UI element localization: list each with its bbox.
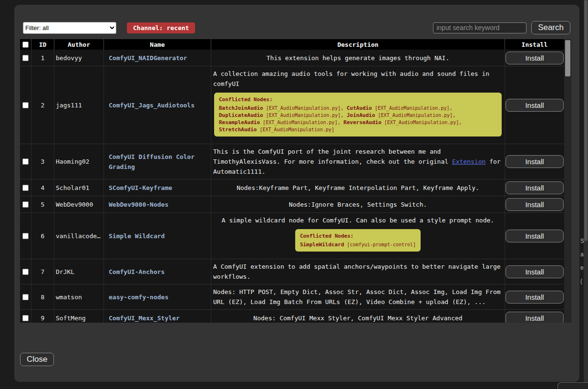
table-scrollbar-thumb[interactable] — [565, 40, 570, 76]
install-button[interactable]: Install — [505, 291, 564, 304]
row-description-text: This extension helps generate images thr… — [267, 53, 450, 63]
conflict-node-source: [comfyui-prompt-control] — [344, 242, 416, 247]
install-button[interactable]: Install — [505, 265, 564, 278]
conflict-node-name: JoinAudio — [347, 112, 375, 118]
conflicted-nodes-title: Conflicted Nodes: — [219, 96, 497, 103]
conflict-node-name: BatchJoinAudio — [219, 105, 263, 111]
row-select-cell — [20, 144, 31, 179]
row-name-link[interactable]: SComfyUI-Keyframe — [109, 183, 172, 193]
row-checkbox[interactable] — [22, 269, 29, 275]
row-checkbox[interactable] — [22, 315, 29, 321]
row-name-cell: ComfyUI_NAIDGenerator — [104, 50, 211, 66]
row-checkbox[interactable] — [22, 185, 29, 191]
row-description-text: A ComfyUI extension to add spatial ancho… — [213, 262, 503, 282]
row-description: A simple wildcard node for ComfyUI. Can … — [211, 213, 505, 259]
row-description: Nodes: HTTP POST, Empty Dict, Assoc Str,… — [211, 284, 505, 309]
install-button[interactable]: Install — [505, 52, 564, 64]
underlying-ui-fragment: S — [580, 238, 584, 244]
row-id: 2 — [31, 66, 54, 144]
row-id: 9 — [31, 310, 54, 323]
row-select-cell — [20, 310, 31, 323]
header-install: Install — [505, 39, 564, 50]
row-description-text: A collection amazing audio tools for wor… — [213, 69, 503, 89]
row-id: 4 — [31, 179, 54, 196]
row-checkbox[interactable] — [22, 294, 29, 300]
row-select-cell — [20, 259, 31, 284]
conflicted-nodes-box: Conflicted Nodes:BatchJoinAudio [EXT_Aud… — [214, 93, 502, 137]
row-install-cell: Install — [505, 50, 564, 66]
table-row: 8 wmatson easy-comfy-nodes Nodes: HTTP P… — [20, 284, 564, 310]
conflicted-nodes-list: BatchJoinAudio [EXT_AudioManipulation.py… — [219, 105, 497, 133]
install-button[interactable]: Install — [505, 155, 564, 168]
row-name-link[interactable]: WebDev9000-Nodes — [109, 200, 168, 210]
row-name-cell: ComfyUI-Anchors — [104, 259, 211, 284]
row-author: jags111 — [54, 66, 104, 144]
row-id: 6 — [31, 213, 54, 259]
row-description: Nodes:Keyframe Part, Keyframe Interpolat… — [211, 179, 505, 196]
install-button[interactable]: Install — [505, 312, 564, 323]
row-install-cell: Install — [505, 259, 564, 284]
conflict-node-source: [EXT_AudioManipulation.py] — [382, 120, 459, 125]
conflict-node-source: [EXT_AudioManipulation.py] — [257, 127, 334, 132]
row-name-link[interactable]: ComfyUI_Mexx_Styler — [109, 313, 180, 323]
row-select-cell — [20, 196, 31, 212]
row-checkbox[interactable] — [22, 201, 29, 208]
close-button[interactable]: Close — [20, 353, 54, 366]
search-input[interactable] — [433, 22, 526, 33]
conflicted-nodes-list: SimpleWildcard [comfyui-prompt-control] — [300, 241, 416, 248]
row-description: This is the ComfyUI port of the joint re… — [211, 144, 505, 179]
row-name-cell: SComfyUI-Keyframe — [104, 179, 211, 196]
row-description-text: Nodes:Ignore Braces, Settings Switch. — [289, 200, 427, 210]
row-description-text: Nodes: HTTP POST, Empty Dict, Assoc Str,… — [213, 287, 503, 307]
table-scrollbar[interactable] — [564, 39, 571, 323]
search-button[interactable]: Search — [531, 21, 570, 34]
row-name-link[interactable]: ComfyUI-Anchors — [109, 267, 165, 277]
filter-select[interactable]: Filter: all — [23, 22, 116, 34]
table-row: 3 Haoming02 ComfyUI Diffusion Color Grad… — [20, 144, 564, 179]
conflict-node-source: [EXT_AudioManipulation.py] — [372, 105, 450, 111]
page-scrollbar-thumb[interactable] — [584, 0, 588, 241]
table-row: 7 DrJKL ComfyUI-Anchors A ComfyUI extens… — [20, 259, 564, 284]
install-button[interactable]: Install — [505, 181, 564, 194]
select-all-checkbox[interactable] — [22, 42, 29, 48]
header-select-cell — [20, 39, 31, 50]
row-name-link[interactable]: easy-comfy-nodes — [109, 292, 168, 302]
table-row: 9 SoftMeng ComfyUI_Mexx_Styler Nodes: Co… — [20, 310, 564, 323]
row-install-cell: Install — [505, 310, 564, 323]
row-select-cell — [20, 179, 31, 196]
install-button[interactable]: Install — [505, 198, 564, 211]
conflict-node-name: DuplicateAudio — [219, 112, 263, 118]
row-install-cell: Install — [505, 284, 564, 309]
row-description: A collection amazing audio tools for wor… — [211, 66, 505, 144]
row-author: WebDev9000 — [54, 196, 104, 212]
page-scrollbar[interactable] — [584, 0, 588, 389]
row-select-cell — [20, 213, 31, 259]
row-description-text: Nodes:Keyframe Part, Keyframe Interpolat… — [237, 183, 479, 193]
row-checkbox[interactable] — [22, 102, 29, 108]
row-name-link[interactable]: ComfyUI_NAIDGenerator — [109, 53, 187, 63]
custom-nodes-dialog: Filter: all Channel: recent Search ID Au… — [14, 5, 579, 382]
row-install-cell: Install — [505, 144, 564, 179]
row-description: This extension helps generate images thr… — [211, 50, 505, 66]
table-header: ID Author Name Description Install — [20, 39, 564, 50]
row-author: wmatson — [54, 284, 104, 309]
table-row: 2 jags111 ComfyUI_Jags_Audiotools A coll… — [20, 66, 564, 144]
row-checkbox[interactable] — [22, 55, 29, 61]
conflict-node-name: ResampleAudio — [219, 119, 260, 126]
install-button[interactable]: Install — [505, 230, 564, 242]
description-link[interactable]: Extension — [452, 158, 485, 165]
row-author: bedovyy — [54, 50, 104, 66]
row-name-link[interactable]: Simple Wildcard — [109, 231, 165, 241]
install-button[interactable]: Install — [505, 99, 564, 112]
conflict-node-source: [EXT_AudioManipulation.py] — [260, 120, 338, 125]
row-name-link[interactable]: ComfyUI Diffusion Color Grading — [109, 152, 208, 172]
underlying-ui-fragment: a — [580, 251, 584, 258]
row-description: Nodes: ComfyUI Mexx Styler, ComfyUI Mexx… — [211, 310, 505, 323]
row-checkbox[interactable] — [22, 233, 29, 239]
row-id: 5 — [31, 196, 54, 212]
row-author: Haoming02 — [54, 144, 104, 179]
row-name-link[interactable]: ComfyUI_Jags_Audiotools — [109, 100, 195, 110]
row-checkbox[interactable] — [22, 158, 29, 165]
table-row: 1 bedovyy ComfyUI_NAIDGenerator This ext… — [20, 50, 564, 66]
table-row: 4 Scholar01 SComfyUI-Keyframe Nodes:Keyf… — [20, 179, 564, 196]
